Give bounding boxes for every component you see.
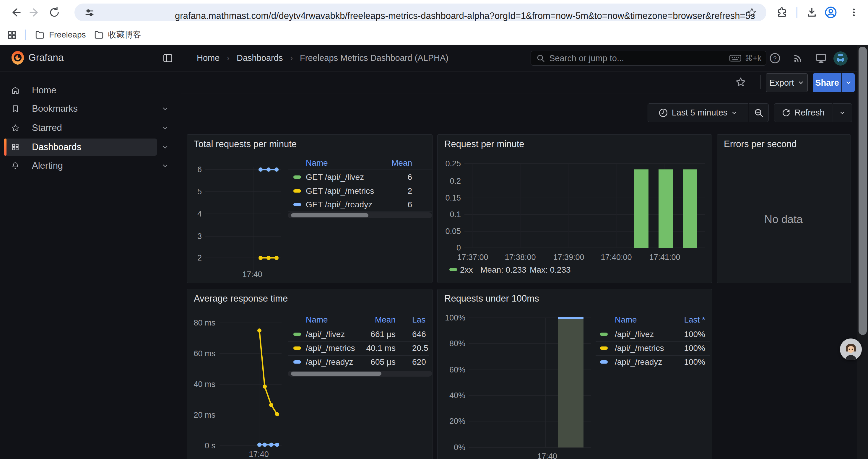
legend-scrollbar-thumb[interactable]	[291, 371, 381, 376]
legend-header-mean[interactable]: Mean	[392, 158, 412, 168]
grafana-logo[interactable]	[10, 50, 25, 66]
legend-series-name[interactable]: GET /api/_/metrics	[306, 186, 374, 196]
legend-value-mean: 605 µs	[370, 357, 396, 367]
legend-series-name[interactable]: /api/_/metrics	[615, 343, 664, 353]
bookmark-folder-blogs[interactable]: 收藏博客	[94, 28, 141, 42]
sidebar-item-dashboards[interactable]: Dashboards	[4, 138, 157, 156]
legend-series-pill[interactable]	[293, 360, 301, 364]
breadcrumb-home[interactable]: Home	[197, 53, 219, 63]
chart-canvas[interactable]: 0.250.20.150.10.05017:37:0017:38:0017:39…	[438, 135, 712, 283]
panel-title[interactable]: Errors per second	[724, 139, 797, 150]
legend-header-name[interactable]: Name	[615, 315, 637, 325]
legend-series-name[interactable]: /api/_/livez	[615, 329, 654, 339]
toolbar-divider	[797, 7, 797, 18]
browser-reload-icon[interactable]	[47, 5, 61, 20]
legend-header-mean[interactable]: Mean	[375, 315, 396, 325]
downloads-icon[interactable]	[805, 5, 819, 20]
chevron-down-icon[interactable]	[162, 162, 169, 169]
sidebar-item-starred[interactable]: Starred	[4, 119, 157, 136]
folder-icon	[94, 30, 104, 40]
legend-value-mean: 2	[407, 186, 412, 196]
bookmark-folder-freeleaps[interactable]: Freeleaps	[35, 28, 86, 42]
bookmarks-bar: Freeleaps 收藏博客	[0, 25, 868, 45]
bookmark-star-icon[interactable]	[747, 7, 757, 18]
legend-series-pill[interactable]	[293, 333, 301, 336]
url-bar[interactable]: grafana.mathmast.com/d/deytv4rwavabkb/fr…	[74, 4, 766, 21]
sidebar-toggle-icon[interactable]	[161, 52, 175, 65]
sidebar-item-home[interactable]: Home	[4, 82, 157, 99]
browser-profile-icon[interactable]	[824, 5, 838, 20]
legend-series-pill[interactable]	[293, 203, 301, 206]
browser-back-icon[interactable]	[8, 5, 23, 20]
legend-series-pill[interactable]	[600, 360, 608, 364]
time-range-picker[interactable]: Last 5 minutes	[648, 103, 748, 122]
bell-icon	[11, 162, 20, 170]
legend-value-last: 620	[412, 357, 426, 367]
legend-series-name[interactable]: /api/_/readyz	[615, 357, 662, 367]
user-avatar[interactable]	[833, 52, 848, 66]
legend-header-las[interactable]: Las	[412, 315, 426, 325]
legend-series-pill[interactable]	[600, 333, 608, 336]
favorite-star-icon[interactable]	[735, 77, 746, 88]
share-menu-button[interactable]	[842, 73, 855, 92]
brand-label: Grafana	[28, 52, 64, 63]
chevron-down-icon	[798, 79, 804, 86]
sidebar-item-bookmarks[interactable]: Bookmarks	[4, 100, 157, 117]
refresh-button[interactable]: Refresh	[774, 103, 832, 122]
svg-text:0.05: 0.05	[445, 227, 461, 236]
svg-text:17:39:00: 17:39:00	[553, 253, 584, 262]
legend-series-pill[interactable]	[293, 189, 301, 193]
svg-text:17:40: 17:40	[242, 270, 262, 279]
sidebar-item-label: Bookmarks	[32, 103, 78, 114]
breadcrumb-dashboards[interactable]: Dashboards	[237, 53, 283, 63]
extensions-icon[interactable]	[775, 5, 789, 20]
svg-text:?: ?	[773, 55, 776, 62]
panel-request-per-minute: Request per minute 0.250.20.150.10.05017…	[437, 134, 712, 283]
legend-value-mean: 40.1 ms	[366, 343, 396, 353]
legend-series-pill[interactable]	[293, 175, 301, 179]
chevron-down-icon[interactable]	[162, 124, 169, 131]
legend-series-pill[interactable]	[600, 347, 608, 350]
chevron-down-icon	[731, 109, 737, 116]
panel-requests-under-100ms: Requests under 100ms 100%80%60%40%20%0%1…	[437, 289, 712, 459]
url-text[interactable]: grafana.mathmast.com/d/deytv4rwavabkb/fr…	[175, 7, 755, 25]
svg-text:17:38:00: 17:38:00	[505, 253, 536, 262]
browser-menu-icon[interactable]	[847, 5, 861, 20]
legend-header-last[interactable]: Last *	[684, 315, 705, 325]
search-shortcut: ⌘+k	[745, 54, 761, 63]
share-button[interactable]: Share	[813, 73, 841, 92]
legend-series-pill[interactable]	[450, 268, 457, 271]
news-rss-icon[interactable]	[791, 52, 805, 65]
browser-forward-icon[interactable]	[28, 5, 42, 20]
search-input[interactable]: Search or jump to... ⌘+k	[531, 51, 766, 66]
sidebar-nav: HomeBookmarksStarredDashboardsAlerting	[0, 71, 180, 459]
legend-value-last: 100%	[684, 357, 705, 367]
legend-series-name[interactable]: GET /api/_/livez	[306, 172, 364, 182]
page-scrollbar-thumb[interactable]	[859, 47, 867, 335]
monitor-icon[interactable]	[814, 52, 828, 65]
apps-grid-icon[interactable]	[5, 28, 19, 42]
chevron-down-icon[interactable]	[162, 143, 169, 151]
legend-series-name[interactable]: /api/_/readyz	[306, 357, 353, 367]
legend-header-name[interactable]: Name	[306, 158, 328, 168]
svg-text:0%: 0%	[454, 443, 465, 452]
sidebar-item-alerting[interactable]: Alerting	[4, 157, 157, 174]
share-label: Share	[815, 78, 839, 88]
legend-series-name[interactable]: /api/_/metrics	[306, 343, 355, 353]
assistant-avatar-widget[interactable]	[840, 338, 862, 360]
legend-scrollbar-thumb[interactable]	[291, 213, 368, 218]
legend-series-name[interactable]: GET /api/_/readyz	[306, 200, 372, 210]
legend-series-name[interactable]: /api/_/livez	[306, 329, 345, 339]
legend-header-name[interactable]: Name	[306, 315, 328, 325]
legend-series-pill[interactable]	[293, 347, 301, 350]
chevron-down-icon[interactable]	[162, 105, 169, 112]
site-info-icon[interactable]	[85, 8, 94, 17]
refresh-interval-button[interactable]	[833, 103, 852, 122]
zoom-out-button[interactable]	[749, 103, 769, 122]
export-button[interactable]: Export	[766, 73, 808, 92]
clock-icon	[658, 108, 668, 118]
legend-separator	[288, 169, 432, 170]
legend-series-name[interactable]: 2xx	[460, 265, 473, 275]
svg-text:20 ms: 20 ms	[193, 411, 215, 419]
help-icon[interactable]: ?	[768, 52, 782, 65]
